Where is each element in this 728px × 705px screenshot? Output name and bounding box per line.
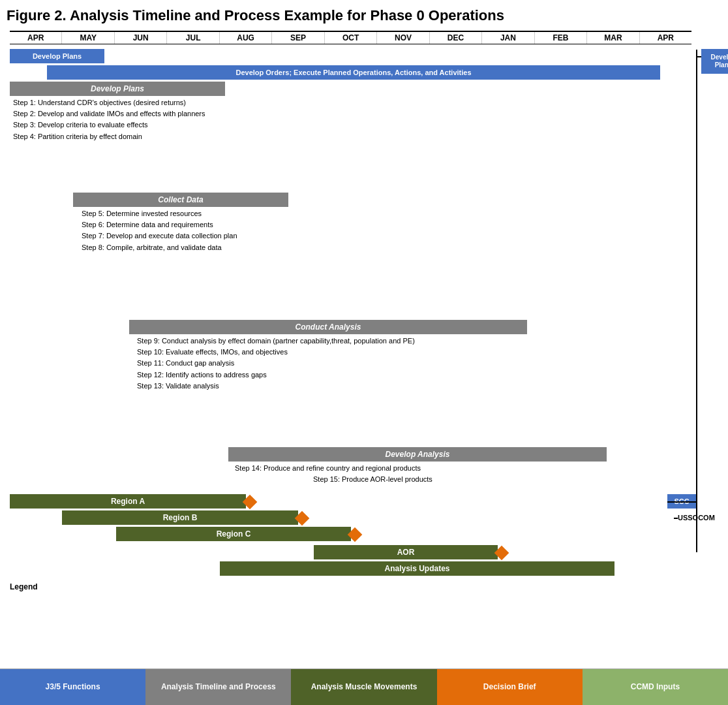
arrow-vertical-line bbox=[696, 50, 697, 552]
legend-j35: J3/5 Functions bbox=[0, 669, 145, 705]
step-9: Step 9: Conduct analysis by effect domai… bbox=[137, 336, 515, 346]
step-12: Step 12: Identify actions to address gap… bbox=[137, 370, 515, 380]
arrow-horizontal-line bbox=[696, 56, 701, 57]
collect-data-gray-bar: Collect Data bbox=[73, 193, 288, 207]
legend-label-text: Legend bbox=[10, 582, 38, 591]
aor-bar: AOR bbox=[314, 545, 498, 559]
chart-area: APR MAY JUN JUL AUG SEP OCT NOV DEC JAN … bbox=[10, 31, 721, 657]
develop-plans-gray-bar: Develop Plans bbox=[10, 82, 225, 96]
main-container: Figure 2. Analysis Timeline and Process … bbox=[0, 0, 728, 705]
month-mar: MAR bbox=[587, 32, 639, 44]
step-1: Step 1: Understand CDR's objectives (des… bbox=[13, 98, 215, 108]
step-8: Step 8: Compile, arbitrate, and validate… bbox=[82, 243, 271, 253]
analysis-updates-bar: Analysis Updates bbox=[220, 561, 614, 576]
step-4: Step 4: Partition criteria by effect dom… bbox=[13, 132, 215, 142]
step-11: Step 11: Conduct gap analysis bbox=[137, 358, 515, 368]
step-15: Step 15: Produce AOR-level products bbox=[235, 475, 600, 484]
page-title: Figure 2. Analysis Timeline and Process … bbox=[7, 7, 721, 25]
legend-ccmd: CCMD Inputs bbox=[583, 669, 728, 705]
month-jun: JUN bbox=[115, 32, 167, 44]
ussocom-arrow bbox=[674, 518, 678, 519]
month-oct: OCT bbox=[325, 32, 377, 44]
develop-plans-steps: Step 1: Understand CDR's objectives (des… bbox=[13, 98, 215, 144]
legend-muscle: Analysis Muscle Movements bbox=[291, 669, 436, 705]
month-nov: NOV bbox=[377, 32, 429, 44]
step-5: Step 5: Determine invested resources bbox=[82, 209, 271, 219]
conduct-analysis-steps: Step 9: Conduct analysis by effect domai… bbox=[137, 336, 515, 393]
develop-analysis-steps: Step 14: Produce and refine country and … bbox=[235, 463, 600, 486]
region-b-bar: Region B bbox=[62, 510, 298, 525]
conduct-analysis-gray-bar: Conduct Analysis bbox=[129, 320, 527, 334]
month-may: MAY bbox=[62, 32, 114, 44]
ussocom-label: USSOCOM bbox=[678, 514, 715, 522]
legend-decision: Decision Brief bbox=[437, 669, 583, 705]
develop-plans-bar-1: Develop Plans bbox=[10, 49, 104, 63]
month-dec: DEC bbox=[430, 32, 482, 44]
month-header-row: APR MAY JUN JUL AUG SEP OCT NOV DEC JAN … bbox=[10, 31, 691, 44]
legend-timeline: Analysis Timeline and Process bbox=[145, 669, 291, 705]
month-jul: JUL bbox=[167, 32, 219, 44]
month-apr2: APR bbox=[640, 32, 691, 44]
develop-analysis-gray-bar: Develop Analysis bbox=[228, 447, 607, 462]
region-a-bar: Region A bbox=[10, 494, 246, 509]
collect-data-steps: Step 5: Determine invested resources Ste… bbox=[82, 209, 271, 255]
step-2: Step 2: Develop and validate IMOs and ef… bbox=[13, 109, 215, 119]
step-10: Step 10: Evaluate effects, IMOs, and obj… bbox=[137, 347, 515, 357]
month-sep: SEP bbox=[272, 32, 324, 44]
develop-plans-end-box: Develop Plans bbox=[701, 49, 728, 74]
month-feb: FEB bbox=[535, 32, 587, 44]
step-13: Step 13: Validate analysis bbox=[137, 381, 515, 391]
region-c-bar: Region C bbox=[116, 527, 351, 541]
step-3: Step 3: Develop criteria to evaluate eff… bbox=[13, 120, 215, 130]
legend-bar: J3/5 Functions Analysis Timeline and Pro… bbox=[0, 668, 728, 705]
step-7: Step 7: Develop and execute data collect… bbox=[82, 231, 271, 241]
month-aug: AUG bbox=[220, 32, 272, 44]
scc-line bbox=[667, 501, 696, 503]
step-6: Step 6: Determine data and requirements bbox=[82, 220, 271, 230]
step-14: Step 14: Produce and refine country and … bbox=[235, 463, 600, 473]
month-jan: JAN bbox=[482, 32, 534, 44]
develop-orders-bar: Develop Orders; Execute Planned Operatio… bbox=[47, 65, 660, 80]
month-apr1: APR bbox=[10, 32, 62, 44]
